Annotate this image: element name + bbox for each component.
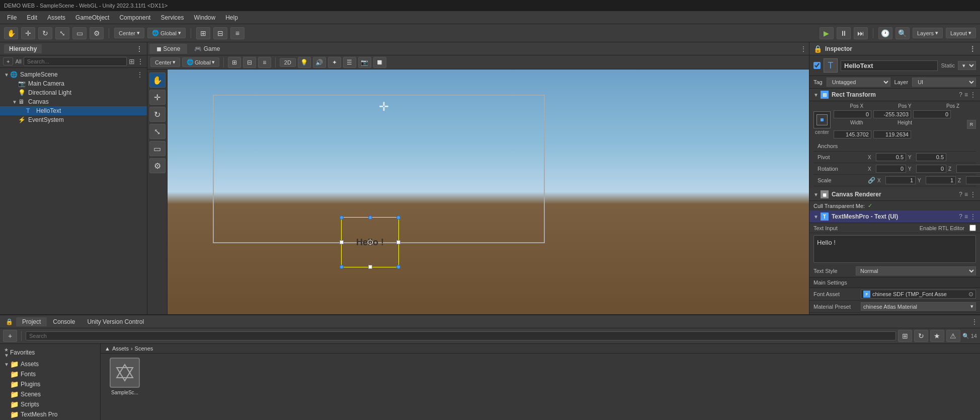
play-button[interactable]: ▶: [820, 27, 834, 39]
pause-button[interactable]: ⏸: [837, 27, 851, 39]
textmeshpro-menu-icon[interactable]: ⋮: [970, 213, 976, 220]
scale-z-field[interactable]: [966, 176, 980, 184]
textmeshpro-preset-icon[interactable]: ≡: [964, 213, 968, 220]
tool-scale[interactable]: ⤡: [149, 124, 166, 139]
handle-bl[interactable]: [340, 265, 344, 269]
scale-x-field[interactable]: [885, 176, 916, 184]
scene-audio-icon[interactable]: 🔊: [313, 57, 326, 68]
toolbar-center-btn[interactable]: Center ▾: [114, 28, 144, 38]
font-asset-picker-btn[interactable]: ⊙: [968, 291, 973, 298]
tab-console[interactable]: Console: [47, 317, 81, 326]
breadcrumb-scenes[interactable]: Scenes: [135, 345, 153, 352]
toolbar-hand-tool[interactable]: ✋: [4, 27, 18, 39]
handle-ml[interactable]: [340, 240, 344, 244]
tab-game[interactable]: 🎮 Game: [187, 44, 227, 54]
handle-bm[interactable]: [368, 265, 372, 269]
scene-view[interactable]: ✛ He: [168, 69, 809, 314]
scripts-folder[interactable]: 📁 Scripts: [2, 399, 98, 409]
handle-center[interactable]: [368, 240, 373, 245]
inspector-menu-icon[interactable]: ⋮: [969, 45, 976, 53]
handle-tr[interactable]: [396, 216, 400, 220]
tree-item-canvas[interactable]: ▼ 🖥 Canvas: [0, 97, 147, 106]
textmeshpro-info-icon[interactable]: ?: [959, 213, 962, 220]
scene-camera-icon[interactable]: 📷: [358, 57, 371, 68]
menu-edit[interactable]: Edit: [22, 13, 42, 22]
tool-rect[interactable]: ▭: [149, 141, 166, 156]
tree-item-maincamera[interactable]: 📷 Main Camera: [0, 79, 147, 88]
canvas-renderer-menu-icon[interactable]: ⋮: [970, 191, 976, 198]
pos-x-field[interactable]: [834, 110, 871, 118]
scene-tabs-menu-icon[interactable]: ⋮: [800, 45, 807, 53]
menu-gameobject[interactable]: GameObject: [70, 13, 114, 22]
scene-overlay-icon[interactable]: ☰: [343, 57, 356, 68]
text-style-dropdown[interactable]: Normal: [856, 266, 976, 275]
toolbar-global-btn[interactable]: 🌐 Global ▾: [147, 28, 186, 38]
toolbar-grid-icon[interactable]: ⊞: [196, 27, 210, 39]
project-search-input[interactable]: [26, 331, 896, 340]
material-preset-dropdown[interactable]: chinese Atlas Material ▾: [861, 302, 976, 311]
scene-global-btn[interactable]: 🌐 Global ▾: [182, 57, 219, 67]
pos-z-field[interactable]: [913, 110, 951, 118]
textmesh-folder[interactable]: 📁 TextMesh Pro: [2, 409, 98, 419]
toolbar-search-icon[interactable]: 🔍: [895, 27, 910, 39]
static-dropdown[interactable]: ▾: [958, 61, 976, 70]
canvas-renderer-preset-icon[interactable]: ≡: [964, 191, 968, 198]
toolbar-rect-tool[interactable]: ▭: [72, 27, 87, 39]
project-star-icon[interactable]: ★: [930, 330, 944, 342]
height-field[interactable]: [873, 130, 911, 138]
object-enabled-checkbox[interactable]: [813, 62, 821, 69]
toolbar-transform-tool[interactable]: ⚙: [90, 27, 104, 39]
handle-tl[interactable]: [340, 216, 344, 220]
tab-scene[interactable]: ◼ Scene: [149, 44, 187, 54]
hierarchy-tab[interactable]: Hierarchy: [4, 44, 42, 53]
scene-snap-icon[interactable]: ⊟: [243, 57, 256, 68]
toolbar-history-icon[interactable]: 🕐: [878, 27, 892, 39]
rotation-z-field[interactable]: [956, 165, 980, 173]
rect-transform-menu-icon[interactable]: ⋮: [970, 91, 976, 98]
assets-folder[interactable]: ▼ 📁 Assets: [2, 359, 98, 369]
scenes-folder[interactable]: 📁 Scenes: [2, 389, 98, 399]
breadcrumb-up-icon[interactable]: ▲: [105, 345, 110, 352]
pivot-y-field[interactable]: [916, 153, 946, 161]
bottom-tabs-menu-icon[interactable]: ⋮: [971, 318, 978, 326]
handle-tm[interactable]: [368, 216, 372, 220]
toolbar-move-tool[interactable]: ✛: [21, 27, 35, 39]
scene-lights-icon[interactable]: 💡: [298, 57, 311, 68]
tab-version-control[interactable]: Unity Version Control: [81, 317, 150, 326]
toolbar-snap-icon[interactable]: ⊟: [213, 27, 227, 39]
project-refresh-icon[interactable]: ↻: [914, 330, 928, 342]
favorites-folder[interactable]: ★ ▼ Favorites: [2, 346, 98, 359]
fonts-folder[interactable]: 📁 Fonts: [2, 369, 98, 379]
scene-gizmo-icon[interactable]: 🔲: [373, 57, 386, 68]
object-name-field[interactable]: [841, 60, 938, 71]
scene-2d-button[interactable]: 2D: [280, 58, 296, 67]
pivot-x-field[interactable]: [876, 153, 906, 161]
canvas-renderer-header[interactable]: ▼ ◼ Canvas Renderer ? ≡ ⋮: [809, 188, 980, 201]
tab-project[interactable]: Project: [16, 317, 47, 326]
pos-y-field[interactable]: [873, 110, 911, 118]
hierarchy-options-icon[interactable]: ⊞: [129, 57, 135, 65]
samplescene-options-icon[interactable]: ⋮: [137, 71, 143, 78]
tool-transform[interactable]: ⚙: [149, 158, 166, 173]
toolbar-rotate-tool[interactable]: ↻: [38, 27, 52, 39]
tree-item-samplescene[interactable]: ▼ 🌐 SampleScene ⋮: [0, 70, 147, 79]
breadcrumb-assets[interactable]: Assets: [112, 345, 129, 352]
rotation-y-field[interactable]: [916, 165, 946, 173]
menu-help[interactable]: Help: [220, 13, 243, 22]
plugins-folder[interactable]: 📁 Plugins: [2, 379, 98, 389]
menu-component[interactable]: Component: [114, 13, 155, 22]
menu-window[interactable]: Window: [189, 13, 220, 22]
project-warning-icon[interactable]: ⚠: [946, 330, 960, 342]
scale-y-field[interactable]: [926, 176, 956, 184]
scene-gizmos-icon[interactable]: ≡: [258, 57, 271, 68]
textmeshpro-header[interactable]: ▼ T TextMeshPro - Text (UI) ? ≡ ⋮: [809, 211, 980, 223]
layers-dropdown[interactable]: Layers ▾: [913, 28, 943, 38]
step-button[interactable]: ⏭: [854, 27, 868, 39]
width-field[interactable]: [834, 130, 871, 138]
rect-transform-header[interactable]: ▼ ⊞ Rect Transform ? ≡ ⋮: [809, 89, 980, 101]
inspector-lock-icon[interactable]: 🔒: [813, 45, 822, 53]
scene-effect-icon[interactable]: ✦: [328, 57, 341, 68]
tool-hand[interactable]: ✋: [149, 73, 166, 88]
handle-mr[interactable]: [396, 240, 400, 244]
scene-grid-icon[interactable]: ⊞: [228, 57, 241, 68]
